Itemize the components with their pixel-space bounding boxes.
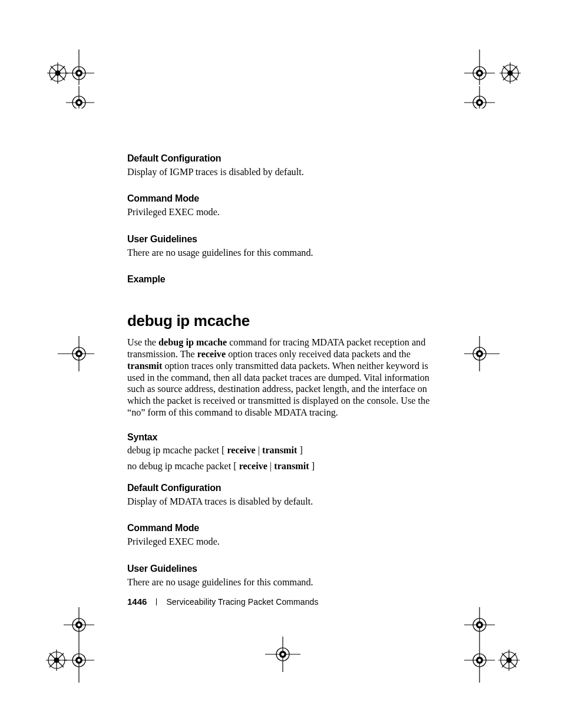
syntax-text: [ [231,461,239,472]
syntax-text: | [267,461,274,472]
intro-kw-transmit: transmit [127,361,162,371]
heading-command-mode-2: Command Mode [127,523,437,533]
syntax-kw-receive: receive [227,445,255,456]
svg-point-27 [478,101,481,104]
svg-point-43 [78,659,81,662]
crop-mark-right-mid [464,336,523,371]
body-user-guidelines-2: There are no usage guidelines for this c… [127,577,437,588]
svg-point-9 [78,72,81,75]
svg-point-53 [282,653,285,656]
svg-point-35 [478,353,481,355]
syntax-kw-transmit: transmit [262,445,297,456]
body-default-config-1: Display of IGMP traces is disabled by de… [127,166,437,178]
footer-section-title: Serviceability Tracing Packet Commands [166,597,318,607]
heading-default-config-2: Default Configuration [127,483,437,493]
intro-cmd-name: debug ip mcache [158,337,227,348]
crop-mark-bottom-left [40,607,111,701]
syntax-text: | [256,445,262,456]
syntax-line-1: debug ip mcache packet [ receive | trans… [127,445,437,456]
syntax-text: ] [309,461,315,472]
intro-text: option traces only transmitted data pack… [127,361,429,419]
body-command-mode-1: Privileged EXEC mode. [127,206,437,218]
command-title: debug ip mcache [127,312,437,330]
command-intro: Use the debug ip mcache command for trac… [127,337,437,419]
heading-default-config-1: Default Configuration [127,153,437,164]
syntax-text: debug ip mcache packet [127,445,219,456]
page-number: 1446 [127,597,147,607]
heading-example: Example [127,274,437,285]
svg-point-5 [55,71,60,75]
heading-command-mode-1: Command Mode [127,193,437,204]
svg-point-39 [78,624,81,627]
svg-point-49 [54,658,59,663]
page-footer: 1446 Serviceability Tracing Packet Comma… [127,597,319,607]
page-content: Default Configuration Display of IGMP tr… [127,153,437,604]
heading-user-guidelines-1: User Guidelines [127,234,437,245]
syntax-kw-transmit: transmit [274,461,309,472]
heading-syntax: Syntax [127,432,437,443]
syntax-kw-receive: receive [239,461,267,472]
syntax-text: no debug ip mcache packet [127,461,231,472]
syntax-block: debug ip mcache packet [ receive | trans… [127,445,437,472]
body-command-mode-2: Privileged EXEC mode. [127,536,437,548]
svg-point-31 [78,353,81,355]
intro-text: option traces only received data packets… [226,349,411,360]
crop-mark-top-right [454,50,524,108]
svg-point-57 [478,624,481,627]
svg-point-61 [478,659,481,662]
syntax-line-2: no debug ip mcache packet [ receive | tr… [127,461,437,472]
footer-divider [156,598,157,605]
intro-text: Use the [127,337,158,348]
crop-mark-left-mid [40,336,99,371]
syntax-text: [ [219,445,227,456]
heading-user-guidelines-2: User Guidelines [127,564,437,574]
intro-kw-receive: receive [197,349,226,360]
svg-point-23 [508,71,513,75]
crop-mark-bottom-right [454,607,524,701]
svg-point-67 [507,658,511,663]
body-user-guidelines-1: There are no usage guidelines for this c… [127,247,437,259]
svg-point-13 [78,101,81,104]
syntax-text: ] [297,445,302,456]
svg-point-17 [478,72,481,75]
body-default-config-2: Display of MDATA traces is disabled by d… [127,496,437,508]
crop-mark-bottom-center [253,637,312,672]
crop-mark-top-left [40,50,99,108]
